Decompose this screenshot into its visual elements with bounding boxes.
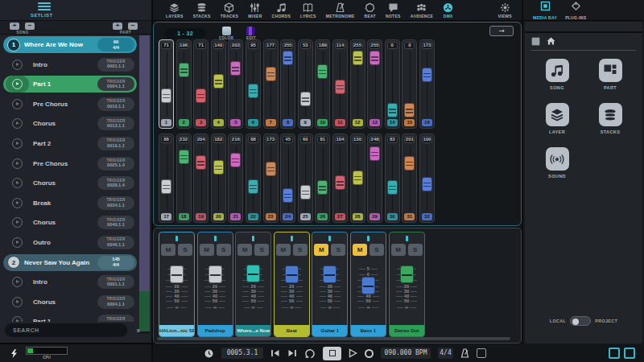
- setlist-part-item[interactable]: Outro TRIGGER0046.1.1: [3, 234, 137, 251]
- layout-toggle-right-button[interactable]: [624, 348, 635, 359]
- dmx-fader-handle[interactable]: [230, 61, 241, 76]
- tempo-display[interactable]: 090.000 BPM: [381, 348, 431, 359]
- dmx-fader-track[interactable]: [317, 144, 328, 212]
- dmx-next-page-button[interactable]: →: [489, 26, 514, 36]
- dmx-fader-25[interactable]: 60 25: [298, 134, 313, 223]
- part-play-button[interactable]: [6, 313, 29, 322]
- tab-plug-ins[interactable]: PLUG-INS: [565, 0, 586, 20]
- home-icon[interactable]: [547, 37, 555, 45]
- channel-fader[interactable]: 501020304050∞: [200, 260, 231, 323]
- part-play-button[interactable]: [6, 115, 29, 132]
- solo-button[interactable]: S: [408, 244, 423, 256]
- dmx-fader-handle[interactable]: [317, 180, 328, 195]
- dmx-fader-track[interactable]: [317, 50, 328, 118]
- dmx-fader-track[interactable]: [161, 144, 171, 212]
- part-play-button[interactable]: [6, 195, 29, 212]
- dmx-fader-track[interactable]: [213, 144, 224, 212]
- dmx-fader-handle[interactable]: [300, 185, 311, 200]
- setlist-part-item[interactable]: Part 1 TRIGGER0004.1.1: [3, 76, 137, 93]
- dmx-fader-19[interactable]: 204 19: [193, 134, 208, 223]
- part-play-button[interactable]: [6, 155, 29, 172]
- dmx-fader-handle[interactable]: [404, 156, 415, 171]
- dmx-fader-track[interactable]: [213, 50, 224, 118]
- dmx-fader-28[interactable]: 130 28: [350, 134, 365, 223]
- dmx-fader-track[interactable]: [179, 50, 189, 118]
- dmx-fader-31[interactable]: 201 31: [402, 134, 417, 223]
- setlist-song-item[interactable]: 1 Where Are We Now 904/4: [3, 36, 137, 53]
- media-item-sound[interactable]: SOUND: [545, 147, 569, 179]
- dmx-fader-12[interactable]: 255 12: [350, 39, 365, 129]
- dmx-fader-handle[interactable]: [283, 51, 293, 65]
- dmx-fader-track[interactable]: [300, 144, 311, 212]
- dmx-fader-11[interactable]: 114 11: [332, 39, 348, 129]
- tab-notes[interactable]: NOTES: [381, 2, 406, 19]
- dmx-fader-6[interactable]: 95 6: [246, 39, 261, 129]
- dmx-fader-4[interactable]: 140 4: [211, 39, 226, 129]
- tab-views[interactable]: VIEWS: [493, 2, 517, 19]
- search-clear-icon[interactable]: x: [137, 327, 140, 334]
- metronome-click-icon[interactable]: [460, 348, 469, 358]
- dmx-fader-track[interactable]: [266, 50, 276, 118]
- dmx-fader-handle[interactable]: [335, 80, 345, 94]
- dmx-fader-handle[interactable]: [248, 179, 258, 194]
- media-item-layer[interactable]: LAYER: [545, 103, 569, 134]
- stop-button[interactable]: [323, 347, 341, 360]
- solo-button[interactable]: S: [293, 244, 308, 256]
- tab-beat[interactable]: BEAT: [360, 2, 381, 19]
- setlist-menu-icon[interactable]: [38, 2, 51, 10]
- channel-fader-handle[interactable]: [323, 265, 336, 283]
- remove-song-button[interactable]: −: [25, 23, 35, 30]
- part-play-button[interactable]: [6, 135, 29, 152]
- dmx-fader-24[interactable]: 45 24: [280, 134, 295, 223]
- dmx-fader-track[interactable]: [283, 144, 293, 212]
- dmx-fader-handle[interactable]: [387, 180, 398, 195]
- channel-fader-handle[interactable]: [170, 265, 184, 283]
- dmx-fader-handle[interactable]: [161, 88, 171, 103]
- remove-part-button[interactable]: −: [128, 23, 138, 30]
- setlist-part-item[interactable]: Chorus TRIGGER0028.1.4: [3, 175, 137, 191]
- dmx-fader-handle[interactable]: [300, 92, 311, 106]
- setlist-scroll-overview[interactable]: [139, 35, 150, 334]
- mixer-channel-bass-1[interactable]: M S 501020304050∞ Bass 1: [350, 232, 386, 337]
- dmx-fader-track[interactable]: [353, 144, 363, 212]
- tab-layers[interactable]: LAYERS: [161, 2, 188, 19]
- dmx-fader-1[interactable]: 71 1: [159, 39, 174, 129]
- setlist-part-item[interactable]: Part 1 TRIGGER0010.1.1: [3, 313, 137, 322]
- setlist-part-item[interactable]: Intro TRIGGER0001.1.1: [3, 56, 137, 73]
- time-signature-display[interactable]: 4/4: [438, 348, 453, 359]
- solo-button[interactable]: S: [217, 244, 231, 256]
- channel-fader-handle[interactable]: [246, 265, 260, 282]
- dmx-fader-29[interactable]: 248 29: [367, 134, 382, 223]
- solo-button[interactable]: S: [254, 244, 269, 256]
- dmx-fader-track[interactable]: [248, 144, 258, 212]
- dmx-fader-track[interactable]: [353, 50, 363, 118]
- setlist-part-item[interactable]: Chorus TRIGGER0013.1.1: [3, 115, 137, 132]
- tab-stacks[interactable]: STACKS: [188, 2, 216, 19]
- mute-button[interactable]: M: [276, 244, 291, 256]
- setlist-part-item[interactable]: Pre Chorus TRIGGER0010.1.1: [3, 96, 137, 113]
- go-to-end-button[interactable]: [287, 349, 297, 357]
- dmx-fader-track[interactable]: [335, 144, 345, 212]
- tab-tracks[interactable]: TRACKS: [216, 2, 244, 19]
- dmx-fader-handle[interactable]: [196, 88, 206, 103]
- dmx-fader-track[interactable]: [335, 50, 345, 118]
- search-input[interactable]: SEARCH: [5, 323, 127, 337]
- dmx-fader-handle[interactable]: [213, 74, 224, 88]
- dmx-fader-handle[interactable]: [369, 146, 380, 161]
- dmx-fader-21[interactable]: 216 21: [228, 134, 243, 223]
- channel-fader[interactable]: 501020304050∞: [314, 260, 345, 323]
- mixer-channel-halion-nic-se[interactable]: M S 501020304050∞ HALion...nic SE: [159, 232, 195, 337]
- dmx-fader-handle[interactable]: [404, 103, 415, 117]
- channel-fader[interactable]: 501020304050∞: [353, 260, 384, 323]
- layout-toggle-left-button[interactable]: [609, 348, 620, 359]
- dmx-fader-9[interactable]: 53 9: [298, 39, 313, 129]
- tab-chords[interactable]: CHORDS: [267, 2, 295, 19]
- dmx-fader-13[interactable]: 255 13: [367, 39, 382, 129]
- dmx-fader-14[interactable]: 0 14: [385, 39, 400, 129]
- dmx-fader-27[interactable]: 104 27: [332, 134, 348, 223]
- part-play-button[interactable]: [6, 96, 29, 113]
- dmx-fader-handle[interactable]: [387, 103, 398, 117]
- channel-fader[interactable]: 501020304050∞: [161, 260, 192, 323]
- dmx-fader-16[interactable]: 173 16: [419, 39, 435, 129]
- part-play-button[interactable]: [6, 56, 29, 73]
